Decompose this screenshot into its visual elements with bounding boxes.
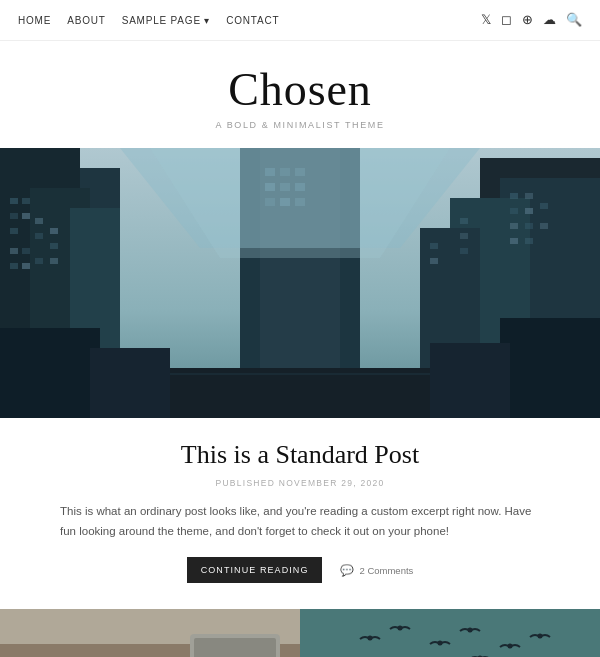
svg-rect-7 [10,213,18,219]
svg-point-70 [368,636,373,641]
svg-rect-8 [22,213,30,219]
svg-rect-28 [540,203,548,209]
post-meta: Published November 29, 2020 [60,478,540,488]
nav-about[interactable]: About [67,15,105,26]
comments-count: 2 Comments [359,565,413,576]
nav-sample[interactable]: Sample Page ▾ [122,15,211,26]
svg-point-71 [398,626,403,631]
svg-rect-57 [430,343,510,418]
svg-rect-19 [50,258,58,264]
svg-rect-18 [35,258,43,264]
svg-rect-31 [540,223,548,229]
svg-rect-9 [10,228,18,234]
svg-rect-5 [10,198,18,204]
svg-rect-14 [10,248,18,254]
nav-icons: 𝕏 ◻ ⊕ ☁ 🔍 [481,12,582,28]
svg-rect-54 [0,328,100,418]
svg-rect-27 [525,208,533,214]
svg-rect-6 [22,198,30,204]
svg-rect-16 [10,263,18,269]
svg-rect-29 [510,223,518,229]
comments-link[interactable]: 💬 2 Comments [340,564,413,577]
hero-image [0,148,600,418]
svg-rect-10 [35,218,43,224]
svg-rect-33 [460,233,468,239]
search-icon[interactable]: 🔍 [566,12,582,28]
svg-rect-56 [90,348,170,418]
svg-point-73 [468,628,473,633]
svg-rect-26 [510,208,518,214]
post-section: This is a Standard Post Published Novemb… [0,418,600,599]
svg-point-72 [438,641,443,646]
nav-links: Home About Sample Page ▾ Contact [18,15,279,26]
svg-rect-66 [194,638,276,657]
instagram-icon[interactable]: ◻ [501,12,512,28]
site-title: Chosen [10,63,590,116]
svg-rect-38 [525,238,533,244]
svg-rect-12 [50,228,58,234]
site-header: Chosen A Bold & Minimalist Theme [0,41,600,148]
svg-rect-34 [430,243,438,249]
svg-point-77 [538,634,543,639]
post-excerpt: This is what an ordinary post looks like… [60,502,540,541]
thumbnail-row [0,609,600,657]
thumbnail-left[interactable] [0,609,300,657]
main-nav: Home About Sample Page ▾ Contact 𝕏 ◻ ⊕ ☁… [0,0,600,41]
svg-rect-15 [22,248,30,254]
post-title: This is a Standard Post [60,440,540,470]
nav-contact[interactable]: Contact [226,15,279,26]
continue-reading-button[interactable]: Continue Reading [187,557,323,583]
svg-rect-30 [525,223,533,229]
thumbnail-right[interactable] [300,609,600,657]
svg-rect-17 [22,263,30,269]
post-actions: Continue Reading 💬 2 Comments [60,557,540,583]
google-icon[interactable]: ⊕ [522,12,533,28]
svg-rect-69 [300,609,600,657]
svg-rect-25 [525,193,533,199]
twitter-icon[interactable]: 𝕏 [481,12,491,28]
svg-rect-11 [35,233,43,239]
svg-rect-55 [500,318,600,418]
svg-rect-13 [50,243,58,249]
svg-rect-36 [460,248,468,254]
svg-rect-32 [460,218,468,224]
svg-rect-37 [510,238,518,244]
cloud-icon[interactable]: ☁ [543,12,556,28]
svg-point-74 [508,644,513,649]
svg-rect-24 [510,193,518,199]
svg-rect-35 [430,258,438,264]
site-subtitle: A Bold & Minimalist Theme [10,120,590,130]
nav-home[interactable]: Home [18,15,51,26]
comment-bubble-icon: 💬 [340,564,354,577]
